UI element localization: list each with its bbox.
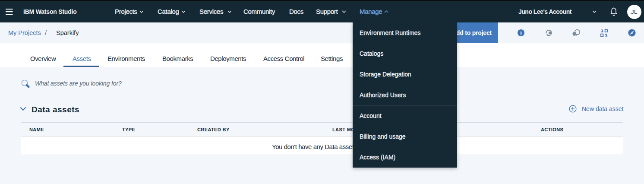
svg-text:i: i [520, 30, 522, 36]
